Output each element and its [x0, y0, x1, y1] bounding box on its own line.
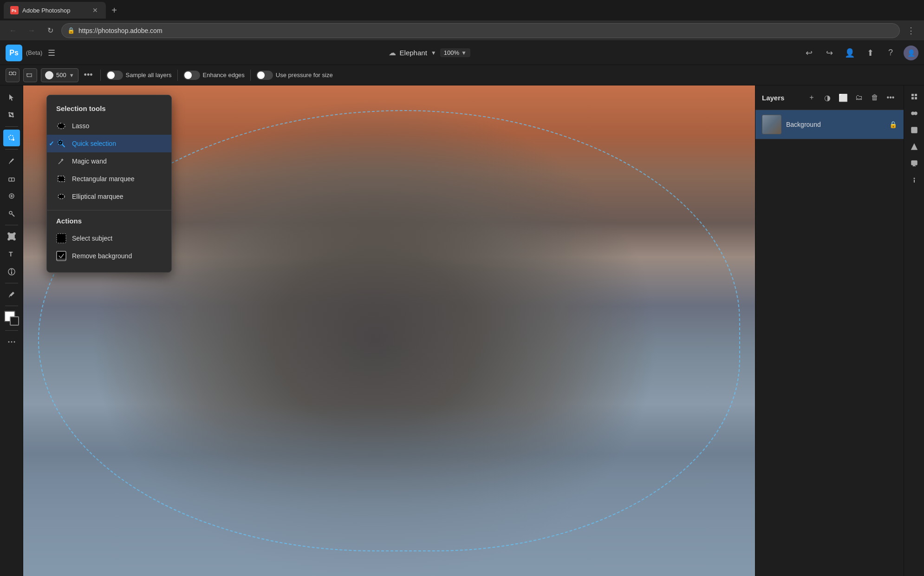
- remove-background-item[interactable]: Remove background: [47, 247, 171, 265]
- info-panel-toggle[interactable]: [907, 173, 922, 188]
- svg-rect-38: [911, 97, 914, 99]
- pressure-toggle[interactable]: [256, 71, 273, 80]
- lasso-tool-item[interactable]: Lasso: [47, 117, 171, 135]
- enhance-edges-toggle[interactable]: [183, 71, 200, 80]
- clone-stamp-tool-button[interactable]: [3, 205, 20, 222]
- app-header: Ps (Beta) ☰ ☁ Elephant ▼ 100% ▼ ↩ ↪ 👤 ⬆ …: [0, 41, 924, 65]
- delete-layer-button[interactable]: 🗑: [868, 91, 881, 104]
- properties-panel-toggle[interactable]: [907, 139, 922, 154]
- rectangular-marquee-item[interactable]: Rectangular marquee: [47, 170, 171, 188]
- select-subject-label: Select subject: [72, 235, 112, 242]
- eyedropper-tool-button[interactable]: [3, 286, 20, 303]
- redo-button[interactable]: ↪: [822, 46, 837, 60]
- group-button[interactable]: 🗂: [852, 91, 865, 104]
- brush-size-chevron-icon: ▼: [69, 72, 74, 78]
- app-container: Ps (Beta) ☰ ☁ Elephant ▼ 100% ▼ ↩ ↪ 👤 ⬆ …: [0, 41, 924, 576]
- sample-all-layers-toggle-group: Sample all layers: [106, 71, 172, 80]
- add-layer-button[interactable]: +: [805, 91, 818, 104]
- adjustments-panel-toggle[interactable]: [907, 106, 922, 121]
- eraser-tool-button[interactable]: [3, 170, 20, 187]
- add-selection-btn[interactable]: [6, 68, 20, 82]
- enhance-edges-label: Enhance edges: [203, 72, 245, 79]
- forward-button[interactable]: →: [24, 23, 39, 38]
- svg-line-27: [62, 144, 65, 147]
- elliptical-marquee-item[interactable]: Elliptical marquee: [47, 188, 171, 205]
- hamburger-menu[interactable]: ☰: [46, 46, 57, 60]
- svg-point-21: [11, 269, 12, 271]
- layer-lock-icon: 🔒: [889, 121, 897, 128]
- share-button[interactable]: ⬆: [863, 46, 878, 60]
- layers-panel-header: Layers + ◑ ⬜ 🗂 🗑 •••: [755, 85, 904, 110]
- lock-icon: 🔒: [67, 27, 75, 34]
- tool-separator-1: [5, 126, 18, 127]
- url-text: https://photoshop.adobe.com: [78, 27, 163, 34]
- color-swatch[interactable]: [4, 311, 19, 326]
- extra-tools-button[interactable]: [3, 334, 20, 350]
- new-tab-button[interactable]: +: [108, 4, 121, 17]
- layer-row-background[interactable]: Background 🔒: [755, 110, 904, 139]
- brush-size-control[interactable]: 500 ▼: [41, 68, 78, 82]
- toolbar-divider-2: [177, 70, 178, 81]
- address-bar[interactable]: 🔒 https://photoshop.adobe.com: [61, 23, 900, 38]
- context-aware-tool-button[interactable]: [3, 263, 20, 280]
- history-panel-toggle[interactable]: [907, 123, 922, 137]
- svg-rect-30: [58, 176, 65, 182]
- elliptical-marquee-icon: [56, 191, 66, 202]
- sample-all-layers-toggle[interactable]: [106, 71, 123, 80]
- background-color[interactable]: [10, 316, 19, 326]
- svg-line-13: [12, 214, 14, 216]
- transform-tool-button[interactable]: [3, 228, 20, 245]
- comments-panel-toggle[interactable]: [907, 156, 922, 171]
- canvas-area[interactable]: Selection tools Lasso ✓ Quick selection: [23, 85, 755, 576]
- selection-tools-menu: Selection tools Lasso ✓ Quick selection: [46, 95, 172, 273]
- select-subject-item[interactable]: Select subject: [47, 229, 171, 247]
- more-options-button[interactable]: •••: [82, 70, 95, 80]
- svg-point-12: [9, 211, 12, 214]
- svg-point-45: [913, 178, 915, 179]
- svg-rect-37: [915, 94, 917, 96]
- cloud-icon: ☁: [389, 48, 396, 57]
- browser-menu-button[interactable]: ⋮: [904, 23, 918, 38]
- undo-button[interactable]: ↩: [801, 46, 816, 60]
- active-browser-tab[interactable]: Ps Adobe Photoshop ✕: [4, 2, 106, 19]
- tab-close-button[interactable]: ✕: [91, 6, 99, 14]
- svg-point-40: [911, 112, 914, 115]
- actions-section-title: Actions: [47, 215, 171, 229]
- filter-layers-button[interactable]: ◑: [821, 91, 834, 104]
- layers-toolbar: + ◑ ⬜ 🗂 🗑 •••: [805, 91, 897, 104]
- selection-tool-button[interactable]: [3, 89, 20, 106]
- healing-tool-button[interactable]: [3, 188, 20, 204]
- subtract-selection-btn[interactable]: [23, 68, 37, 82]
- doc-name-chevron-icon[interactable]: ▼: [431, 50, 436, 56]
- help-button[interactable]: ?: [883, 46, 898, 60]
- svg-point-17: [13, 238, 15, 240]
- user-icon-button[interactable]: 👤: [842, 46, 857, 60]
- zoom-control[interactable]: 100% ▼: [440, 48, 470, 57]
- quick-selection-item[interactable]: ✓ Quick selection: [47, 135, 171, 152]
- reload-button[interactable]: ↻: [43, 23, 58, 38]
- magic-wand-item[interactable]: Magic wand: [47, 152, 171, 170]
- back-button[interactable]: ←: [6, 23, 20, 38]
- svg-point-31: [58, 194, 65, 199]
- quick-selection-tool-button[interactable]: [3, 130, 20, 146]
- mask-button[interactable]: ⬜: [837, 91, 850, 104]
- text-tool-button[interactable]: T: [3, 246, 20, 262]
- brush-tool-button[interactable]: [3, 152, 20, 169]
- svg-point-5: [9, 135, 13, 140]
- svg-rect-3: [27, 74, 32, 77]
- layers-panel-toggle[interactable]: [907, 89, 922, 104]
- crop-tool-button[interactable]: [3, 107, 20, 124]
- rectangular-marquee-label: Rectangular marquee: [72, 175, 135, 183]
- enhance-edges-toggle-group: Enhance edges: [183, 71, 245, 80]
- layers-panel-title: Layers: [762, 94, 784, 102]
- svg-rect-22: [11, 271, 12, 274]
- layer-name: Background: [786, 121, 885, 128]
- tool-separator-6: [5, 330, 18, 331]
- header-center: ☁ Elephant ▼ 100% ▼: [61, 48, 798, 57]
- svg-point-16: [13, 233, 15, 235]
- svg-rect-39: [915, 97, 917, 99]
- avatar[interactable]: 👤: [904, 46, 918, 60]
- tool-separator-4: [5, 283, 18, 283]
- layers-more-button[interactable]: •••: [884, 91, 897, 104]
- svg-point-18: [8, 238, 10, 240]
